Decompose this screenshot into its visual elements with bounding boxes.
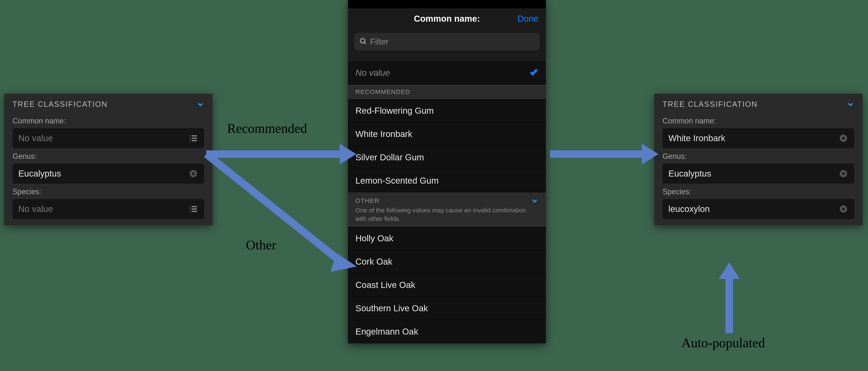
field-species: Species: leucoxylon [654,183,863,219]
picker-row-no-value[interactable]: No value [348,61,546,85]
picker-row[interactable]: Lemon-Scented Gum [348,169,546,192]
picker-row[interactable]: Holly Oak [348,227,546,250]
species-input[interactable]: No value [12,199,204,219]
svg-point-5 [190,140,191,141]
row-label: Red-Flowering Gum [355,106,434,116]
field-value: No value [18,204,53,214]
field-value: Eucalyptus [18,169,61,179]
field-genus: Genus: Eucalyptus [654,148,863,183]
list-icon[interactable] [188,204,198,214]
callout-auto-populated: Auto-populated [681,335,765,350]
species-input[interactable]: leucoxylon [662,199,854,219]
field-label: Species: [662,188,854,196]
row-label: Engelmann Oak [355,327,418,337]
picker-row[interactable]: Silver Dollar Gum [348,146,546,169]
clear-icon[interactable] [838,204,848,214]
common-name-input[interactable]: No value [12,128,204,148]
common-name-picker: Common name: Done Filter No value RECOMM… [348,0,546,343]
search-icon [359,37,367,46]
panel-title: TREE CLASSIFICATION [12,100,107,109]
arrow-other [206,146,361,275]
row-label: Southern Live Oak [355,303,428,313]
svg-marker-31 [642,144,658,165]
right-classification-panel: TREE CLASSIFICATION Common name: White I… [654,94,863,225]
field-value: No value [18,133,53,143]
svg-point-4 [190,138,191,139]
chevron-down-icon[interactable] [531,197,538,204]
clear-icon[interactable] [838,133,848,143]
filter-placeholder: Filter [370,37,389,46]
genus-input[interactable]: Eucalyptus [662,164,854,183]
section-title: RECOMMENDED [355,88,538,95]
field-label: Common name: [662,116,854,125]
picker-row[interactable]: Cork Oak [348,250,546,273]
row-label: No value [355,68,390,78]
row-label: Silver Dollar Gum [355,153,424,162]
svg-point-15 [361,38,365,43]
field-label: Species: [12,188,204,196]
field-value: White Ironbark [669,133,725,143]
chevron-down-icon[interactable] [197,101,204,108]
arrow-auto-populated [713,262,746,333]
field-label: Genus: [662,152,854,161]
picker-row[interactable]: Red-Flowering Gum [348,99,546,123]
picker-row[interactable]: Southern Live Oak [348,297,546,320]
svg-point-12 [190,206,191,207]
picker-row[interactable]: Coast Live Oak [348,273,546,297]
svg-marker-33 [719,262,740,279]
clear-icon[interactable] [188,169,198,179]
field-common-name: Common name: White Ironbark [654,113,863,148]
field-label: Common name: [12,116,204,125]
filter-input[interactable]: Filter [354,33,539,50]
section-subtitle: One of the following values may cause an… [355,206,538,223]
clear-icon[interactable] [838,169,848,179]
picker-row[interactable]: Engelmann Oak [348,320,546,343]
svg-line-28 [206,154,342,262]
svg-point-14 [190,211,191,212]
filter-wrap: Filter [348,29,546,55]
panel-title: TREE CLASSIFICATION [662,100,757,109]
field-value: leucoxylon [669,204,710,214]
row-label: Cork Oak [355,257,392,267]
section-other[interactable]: OTHER One of the following values may ca… [348,192,546,227]
row-label: Lemon-Scented Gum [355,176,439,186]
spacer [348,55,546,61]
chevron-down-icon[interactable] [847,101,854,108]
arrow-result [550,142,658,167]
section-recommended: RECOMMENDED [348,85,546,99]
field-common-name: Common name: No value [4,113,213,148]
field-label: Genus: [12,152,204,161]
panel-header[interactable]: TREE CLASSIFICATION [4,94,213,113]
done-button[interactable]: Done [518,14,538,24]
svg-line-16 [364,42,366,44]
status-bar [348,0,546,8]
field-value: Eucalyptus [669,169,711,179]
panel-header[interactable]: TREE CLASSIFICATION [654,94,863,113]
list-icon[interactable] [188,133,198,143]
picker-row[interactable]: White Ironbark [348,123,546,146]
row-label: Coast Live Oak [355,280,415,290]
field-species: Species: No value [4,183,213,219]
row-label: White Ironbark [355,129,412,139]
svg-point-13 [190,209,191,210]
field-genus: Genus: Eucalyptus [4,148,213,183]
callout-recommended: Recommended [227,121,307,136]
svg-point-3 [190,135,191,136]
row-label: Holly Oak [355,233,393,243]
left-classification-panel: TREE CLASSIFICATION Common name: No valu… [4,94,213,225]
picker-header: Common name: Done [348,8,546,29]
common-name-input[interactable]: White Ironbark [662,128,854,148]
picker-title: Common name: [414,14,480,24]
checkmark-icon [529,67,538,78]
genus-input[interactable]: Eucalyptus [12,164,204,183]
